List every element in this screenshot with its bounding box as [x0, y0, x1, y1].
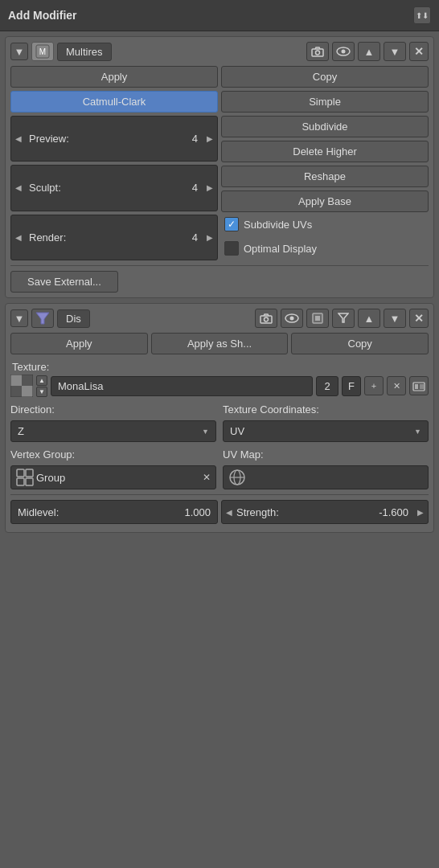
- subdivide-uvs-checkbox[interactable]: [224, 217, 239, 231]
- preview-field[interactable]: ◀ Preview: 4 ▶: [10, 116, 218, 162]
- render-left-arrow[interactable]: ◀: [11, 226, 26, 248]
- svg-rect-15: [22, 375, 33, 386]
- texture-row: ▲ ▼ MonaLisa 2 F + ✕: [10, 375, 429, 397]
- displace-select-icon[interactable]: [306, 309, 329, 328]
- uv-map-field: [223, 465, 429, 489]
- displace-divider: [10, 494, 429, 495]
- texture-num-field: 2: [316, 376, 338, 396]
- strength-left-arrow[interactable]: ◀: [222, 501, 236, 523]
- direction-col: Direction:: [10, 402, 216, 417]
- sculpt-field[interactable]: ◀ Sculpt: 4 ▶: [10, 165, 218, 211]
- render-value: 4: [187, 231, 203, 244]
- texture-coords-dropdown[interactable]: UV ▼: [223, 420, 429, 442]
- multires-apply-btn[interactable]: Apply: [10, 66, 218, 88]
- svg-rect-14: [10, 375, 22, 386]
- displace-camera-icon[interactable]: [255, 309, 277, 328]
- direction-dropdown-arrow: ▼: [202, 428, 209, 436]
- uv-map-label-col: UV Map:: [223, 447, 429, 462]
- render-label: Render:: [26, 231, 187, 244]
- multires-down-icon[interactable]: ▼: [384, 42, 406, 61]
- multires-left-col: ◀ Preview: 4 ▶ ◀ Sculpt: 4 ▶ ◀ Render: 4…: [10, 116, 218, 260]
- vertex-group-value: Group: [36, 472, 200, 484]
- texture-label-row: Texture:: [10, 358, 429, 375]
- svg-rect-22: [17, 469, 24, 477]
- texture-add-btn[interactable]: +: [364, 376, 384, 395]
- multires-collapse-btn[interactable]: ▼: [10, 43, 28, 60]
- displace-name-btn[interactable]: Dis: [57, 309, 90, 328]
- svg-rect-16: [10, 386, 22, 397]
- strength-right-arrow[interactable]: ▶: [413, 501, 428, 523]
- svg-rect-20: [415, 384, 418, 389]
- multires-up-icon[interactable]: ▲: [358, 42, 380, 61]
- texture-down-arrow[interactable]: ▼: [36, 387, 47, 397]
- displace-collapse-btn[interactable]: ▼: [10, 309, 28, 327]
- texture-remove-btn[interactable]: ✕: [387, 376, 406, 395]
- texture-up-arrow[interactable]: ▲: [36, 375, 47, 386]
- sculpt-left-arrow[interactable]: ◀: [11, 177, 26, 199]
- optimal-display-row: Optimal Display: [221, 240, 429, 257]
- texture-coords-label: Texture Coordinates:: [223, 402, 429, 417]
- svg-marker-6: [36, 313, 49, 324]
- texture-browse-btn[interactable]: [409, 376, 429, 395]
- strength-field[interactable]: ◀ Strength: -1.600 ▶: [221, 500, 429, 524]
- catmull-clark-tab[interactable]: Catmull-Clark: [10, 91, 218, 113]
- multires-eye-icon[interactable]: [332, 42, 355, 61]
- svg-rect-23: [26, 469, 33, 477]
- midlevel-label: Midlevel:: [11, 502, 178, 522]
- displace-copy-btn[interactable]: Copy: [291, 333, 429, 354]
- displace-apply-btn[interactable]: Apply: [10, 333, 148, 354]
- svg-rect-12: [315, 316, 320, 321]
- multires-panel: ▼ M Multires ▲ ▼ ✕ Apply Copy Catmull-Cl…: [5, 36, 434, 298]
- delete-higher-btn[interactable]: Delete Higher: [221, 141, 429, 162]
- displace-apply-as-shape-btn[interactable]: Apply as Sh...: [151, 333, 289, 354]
- displace-funnel-icon[interactable]: [332, 309, 355, 328]
- displace-eye-icon[interactable]: [281, 309, 303, 328]
- displace-up-icon[interactable]: ▲: [358, 309, 380, 328]
- vertex-uvmap-fields: Group ✕: [10, 465, 429, 489]
- svg-point-5: [342, 50, 346, 54]
- save-external-btn[interactable]: Save External...: [10, 271, 118, 293]
- svg-rect-25: [26, 478, 33, 485]
- multires-header-row: ▼ M Multires ▲ ▼ ✕: [10, 42, 429, 61]
- multires-camera-icon[interactable]: [306, 42, 329, 61]
- multires-copy-btn[interactable]: Copy: [221, 66, 429, 88]
- strength-label: Strength:: [236, 506, 374, 518]
- texture-order-arrows: ▲ ▼: [36, 375, 47, 397]
- texture-preview-icon[interactable]: [10, 375, 33, 397]
- reshape-btn[interactable]: Reshape: [221, 166, 429, 187]
- optimal-display-checkbox[interactable]: [224, 241, 239, 256]
- texture-name-field[interactable]: MonaLisa: [51, 376, 313, 396]
- vertex-group-clear-btn[interactable]: ✕: [203, 472, 211, 483]
- sculpt-right-arrow[interactable]: ▶: [203, 177, 217, 199]
- simple-tab[interactable]: Simple: [221, 91, 429, 113]
- multires-close-btn[interactable]: ✕: [409, 42, 429, 61]
- midlevel-strength-row: Midlevel: 1.000 ◀ Strength: -1.600 ▶: [10, 500, 429, 524]
- multires-fields-grid: ◀ Preview: 4 ▶ ◀ Sculpt: 4 ▶ ◀ Render: 4…: [10, 116, 429, 260]
- header-arrow-up-down[interactable]: ⬆⬇: [413, 6, 431, 24]
- direction-texcoords-dropdowns: Z ▼ UV ▼: [10, 420, 429, 442]
- render-field[interactable]: ◀ Render: 4 ▶: [10, 215, 218, 260]
- midlevel-field[interactable]: Midlevel: 1.000: [10, 500, 218, 524]
- displace-close-btn[interactable]: ✕: [409, 309, 429, 328]
- render-right-arrow[interactable]: ▶: [203, 226, 217, 248]
- multires-name-btn[interactable]: Multires: [57, 43, 112, 61]
- svg-point-8: [265, 317, 269, 321]
- uv-map-icon: [228, 469, 246, 486]
- preview-left-arrow[interactable]: ◀: [11, 128, 26, 150]
- vertex-group-icon: [16, 469, 34, 486]
- multires-mod-icon: M: [31, 42, 54, 61]
- subdivide-btn[interactable]: Subdivide: [221, 116, 429, 137]
- direction-texcoords-row: Direction: Texture Coordinates:: [10, 402, 429, 417]
- texture-f-field: F: [342, 376, 361, 396]
- svg-marker-13: [338, 313, 348, 322]
- apply-base-btn[interactable]: Apply Base: [221, 190, 429, 212]
- subdivide-uvs-label: Subdivide UVs: [244, 219, 312, 231]
- preview-right-arrow[interactable]: ▶: [203, 128, 217, 150]
- header-title: Add Modifier: [8, 9, 413, 22]
- displace-down-icon[interactable]: ▼: [384, 309, 406, 328]
- displace-header-row: ▼ Dis ▲ ▼ ✕: [10, 309, 429, 328]
- sculpt-label: Sculpt:: [26, 182, 187, 194]
- svg-point-3: [316, 51, 320, 55]
- direction-dropdown[interactable]: Z ▼: [10, 420, 216, 442]
- texture-coords-dropdown-arrow: ▼: [414, 428, 421, 436]
